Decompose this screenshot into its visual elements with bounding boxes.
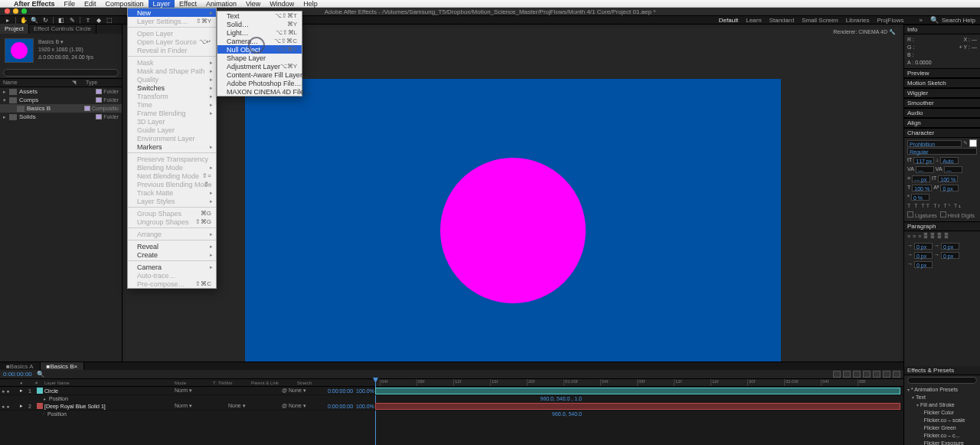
tab-project[interactable]: Project — [0, 24, 29, 34]
align-right-icon[interactable]: ≡ — [918, 233, 921, 240]
menu-layer[interactable]: Layer — [149, 0, 175, 8]
help-search[interactable]: 🔍 Search Help — [930, 16, 975, 24]
workspace-chevron-icon[interactable]: » — [920, 17, 923, 24]
effects-item[interactable]: ·Flicker.co – c... — [907, 432, 977, 440]
tl-switch-2[interactable] — [843, 371, 851, 378]
font-style-select[interactable]: Regular — [907, 148, 977, 155]
tl-switch-5[interactable] — [873, 371, 880, 378]
project-item-comps[interactable]: ▾CompsFolder — [0, 96, 122, 104]
menu-item-camera[interactable]: Camera — [128, 263, 216, 271]
char-field-2[interactable]: VA— — [907, 165, 934, 173]
effects-item[interactable]: ▾Fill and Stroke — [907, 401, 977, 409]
info-panel-header[interactable]: Info — [904, 25, 980, 34]
effects-item[interactable]: ·Flicker Exposure — [907, 440, 977, 445]
char-field-7[interactable]: Aª0 px — [933, 184, 959, 191]
menu-item-adjustment-layer[interactable]: Adjustment Layer⌥⌘Y — [217, 62, 302, 70]
paragraph-panel-header[interactable]: Paragraph — [904, 221, 980, 231]
text-style-1[interactable]: T — [914, 203, 919, 208]
menu-item-adobe-photoshop-file-[interactable]: Adobe Photoshop File… — [217, 79, 302, 87]
tool-7[interactable]: ◆ — [94, 17, 103, 24]
circle-shape[interactable] — [440, 158, 586, 303]
para-field-2[interactable]: →0 px — [907, 251, 933, 259]
window-traffic-lights[interactable] — [5, 8, 27, 14]
justify-center-icon[interactable]: ≣ — [930, 233, 935, 240]
para-field-4[interactable]: →0 px — [907, 260, 933, 268]
menu-item-shape-layer[interactable]: Shape Layer — [217, 54, 302, 62]
char-field-4[interactable]: ≡— px — [907, 175, 930, 182]
effects-item[interactable]: ▾Text — [907, 394, 977, 401]
menu-item-maxon-cinema-d-file-[interactable]: MAXON CINEMA 4D File… — [217, 87, 302, 96]
col-name[interactable]: Name — [3, 80, 72, 86]
eyedropper-icon[interactable]: ✎ — [963, 139, 968, 147]
menu-file[interactable]: File — [60, 0, 80, 8]
panel-motion-sketch[interactable]: Motion Sketch — [904, 78, 980, 88]
para-field-1[interactable]: →0 px — [934, 242, 959, 250]
panel-align[interactable]: Align — [904, 118, 980, 128]
tl-switch-7[interactable] — [893, 371, 900, 378]
workspace-libraries[interactable]: Libraries — [846, 17, 870, 24]
effects-item[interactable]: ·Flicker.co – scale — [907, 417, 977, 424]
col-type[interactable]: Type — [86, 80, 119, 86]
text-style-4[interactable]: T¹ — [943, 203, 952, 208]
menu-item-light-[interactable]: Light…⌥⇧⌘L — [217, 28, 302, 37]
tl-switch-4[interactable] — [863, 371, 871, 378]
panel-audio[interactable]: Audio — [904, 108, 980, 118]
menu-item-solid-[interactable]: Solid…⌘Y — [217, 20, 302, 28]
menu-window[interactable]: Window — [265, 0, 299, 8]
layer-property[interactable]: ·Position960.0, 540.0 — [0, 411, 903, 417]
layer-property[interactable]: ⬥Position960.0, 540.0 , 1.0 — [0, 395, 903, 402]
menu-item-text[interactable]: Text⌥⇧⌘T — [217, 11, 302, 20]
timeline-search-icon[interactable]: 🔍 — [37, 371, 44, 378]
menu-composition[interactable]: Composition — [101, 0, 149, 8]
workspace-small-screen[interactable]: Small Screen — [802, 17, 838, 24]
tl-switch-3[interactable] — [853, 371, 861, 378]
tl-switch-6[interactable] — [883, 371, 890, 378]
tool-0[interactable]: ▸ — [3, 17, 12, 24]
tool-1[interactable]: ✋ — [19, 17, 28, 24]
project-item-basics-b[interactable]: Basics BCompositio — [0, 104, 122, 113]
tool-5[interactable]: ✎ — [67, 17, 77, 24]
project-item-assets[interactable]: ▸AssetsFolder — [0, 87, 122, 96]
panel-smoother[interactable]: Smoother — [904, 98, 980, 108]
workspace-learn[interactable]: Learn — [746, 17, 761, 24]
character-panel-header[interactable]: Character — [904, 128, 980, 138]
project-item-solids[interactable]: ▸SolidsFolder — [0, 113, 122, 121]
current-timecode[interactable]: 0:00:00:00 — [3, 371, 32, 378]
app-name-menu[interactable]: After Effects — [9, 0, 60, 8]
menu-help[interactable]: Help — [299, 0, 322, 8]
tl-switch-1[interactable] — [833, 371, 841, 378]
text-style-5[interactable]: T₁ — [954, 203, 962, 208]
tool-6[interactable]: T — [83, 17, 93, 24]
justify-right-icon[interactable]: ≣ — [937, 233, 942, 240]
tab-basics-a[interactable]: ■ Basics A — [0, 362, 41, 370]
workspace-standard[interactable]: Standard — [769, 17, 794, 24]
menu-item-switches[interactable]: Switches — [128, 83, 216, 92]
project-search-input[interactable] — [3, 69, 119, 77]
tool-4[interactable]: ◧ — [57, 17, 66, 24]
menu-effect[interactable]: Effect — [175, 0, 201, 8]
char-field-5[interactable]: IT100 % — [932, 175, 958, 182]
text-style-0[interactable]: T — [907, 203, 912, 208]
minimize-window-icon[interactable] — [13, 8, 18, 14]
menu-item-new[interactable]: New — [128, 8, 216, 17]
menu-item-content-aware-fill-layer-[interactable]: Content-Aware Fill Layer… — [217, 70, 302, 79]
menu-item-null-object[interactable]: Null Object⌥⇧⌘Y — [217, 45, 302, 54]
close-window-icon[interactable] — [5, 8, 10, 14]
menu-item-create[interactable]: Create — [128, 250, 216, 259]
char-field-1[interactable]: ⟂Auto — [936, 156, 959, 164]
effects-item[interactable]: ▾* Animation Presets — [907, 386, 977, 394]
layer-row-1[interactable]: ● ●▸1CircleNorm ▾@ None ▾0:00:00:00100.0… — [0, 387, 903, 395]
effects-item[interactable]: ·Flicker Color — [907, 409, 977, 417]
para-field-3[interactable]: →0 px — [934, 251, 959, 259]
effects-presets-header[interactable]: Effects & Presets — [904, 366, 980, 375]
text-style-2[interactable]: TT — [922, 203, 932, 208]
tool-2[interactable]: 🔍 — [30, 17, 39, 24]
text-style-3[interactable]: Tr — [933, 203, 941, 208]
comp-canvas[interactable] — [245, 79, 781, 381]
menu-item-markers[interactable]: Markers — [128, 142, 216, 151]
align-center-icon[interactable]: ≡ — [913, 233, 916, 240]
font-family-select[interactable]: Prohibition — [907, 140, 962, 147]
justify-all-icon[interactable]: ≣ — [944, 233, 949, 240]
tool-3[interactable]: ↻ — [41, 17, 50, 24]
char-field-0[interactable]: tT117 px — [907, 156, 934, 164]
